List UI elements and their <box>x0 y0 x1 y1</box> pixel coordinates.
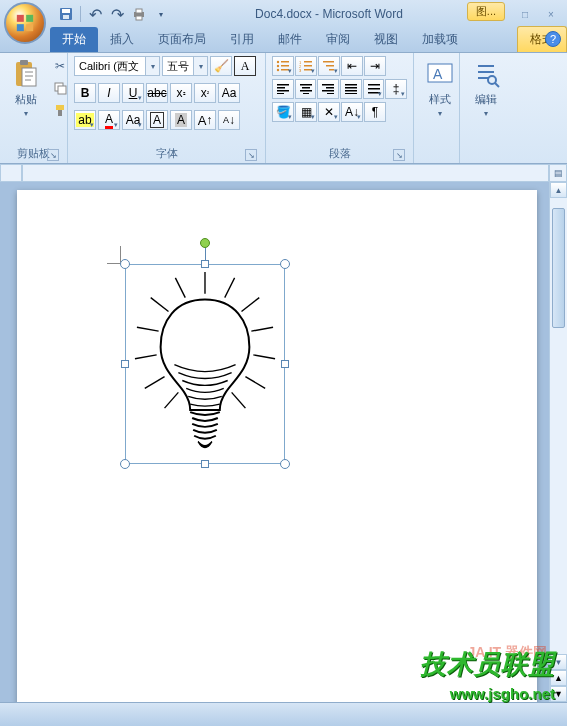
borders-button[interactable]: ▦ <box>295 102 317 122</box>
group-label-paragraph: 段落↘ <box>272 144 407 163</box>
decrease-indent-button[interactable]: ⇤ <box>341 56 363 76</box>
undo-icon[interactable]: ↶ <box>85 4 105 24</box>
char-shading-button[interactable]: A <box>170 110 192 130</box>
horizontal-ruler[interactable] <box>22 164 549 182</box>
superscript-button[interactable]: x² <box>194 83 216 103</box>
dialog-launcher-font[interactable]: ↘ <box>245 149 257 161</box>
svg-rect-3 <box>17 24 24 31</box>
qat-customize-icon[interactable]: ▾ <box>151 4 171 24</box>
print-icon[interactable] <box>129 4 149 24</box>
change-case-button[interactable]: Aa <box>218 83 240 103</box>
svg-line-65 <box>245 377 265 389</box>
distributed-button[interactable] <box>363 79 385 99</box>
line-spacing-button[interactable]: ‡ <box>385 79 407 99</box>
format-painter-icon[interactable] <box>50 100 70 120</box>
tab-insert[interactable]: 插入 <box>98 27 146 52</box>
tab-home[interactable]: 开始 <box>50 27 98 52</box>
svg-line-58 <box>150 298 168 312</box>
ruler-toggle-button[interactable]: ▤ <box>549 164 567 182</box>
status-bar <box>0 702 567 726</box>
svg-rect-29 <box>304 69 312 71</box>
styles-button[interactable]: A 样式 ▾ <box>420 56 460 159</box>
svg-rect-32 <box>329 69 334 71</box>
dialog-launcher-paragraph[interactable]: ↘ <box>393 149 405 161</box>
bold-button[interactable]: B <box>74 83 96 103</box>
numbering-button[interactable]: 123 <box>295 56 317 76</box>
align-right-button[interactable] <box>317 79 339 99</box>
shading-button[interactable]: 🪣 <box>272 102 294 122</box>
svg-rect-27 <box>304 65 312 67</box>
scroll-track[interactable] <box>550 198 567 654</box>
italic-button[interactable]: I <box>98 83 120 103</box>
highlight-button[interactable]: ab <box>74 110 96 130</box>
scroll-thumb[interactable] <box>552 208 565 328</box>
asian-layout-button[interactable]: ✕ <box>318 102 340 122</box>
svg-rect-6 <box>62 9 70 13</box>
save-icon[interactable] <box>56 4 76 24</box>
svg-rect-31 <box>326 65 334 67</box>
maximize-button[interactable]: □ <box>513 6 537 22</box>
align-center-button[interactable] <box>295 79 317 99</box>
font-color-button[interactable]: A <box>98 110 120 130</box>
increase-indent-button[interactable]: ⇥ <box>364 56 386 76</box>
resize-handle-sw[interactable] <box>120 459 130 469</box>
sort-button[interactable]: A↓ <box>341 102 363 122</box>
svg-rect-33 <box>277 84 289 86</box>
group-font: Calibri (西文▾ 五号▾ 🧹 A B I U abc x₂ x² Aa … <box>68 53 266 163</box>
document-page[interactable] <box>17 190 537 702</box>
help-button[interactable]: ? <box>545 31 561 47</box>
svg-point-54 <box>488 76 496 84</box>
clear-format-button[interactable]: 🧹 <box>210 56 232 76</box>
show-marks-button[interactable]: ¶ <box>364 102 386 122</box>
svg-rect-9 <box>136 9 142 13</box>
separator <box>80 6 81 22</box>
tab-addins[interactable]: 加载项 <box>410 27 470 52</box>
rotation-handle[interactable] <box>200 238 210 248</box>
justify-button[interactable] <box>340 79 362 99</box>
office-button[interactable] <box>4 2 46 44</box>
align-left-button[interactable] <box>272 79 294 99</box>
redo-icon[interactable]: ↷ <box>107 4 127 24</box>
resize-handle-ne[interactable] <box>280 259 290 269</box>
svg-point-18 <box>277 61 279 63</box>
dialog-launcher-clipboard[interactable]: ↘ <box>47 149 59 161</box>
scroll-up-button[interactable]: ▲ <box>550 182 567 198</box>
editing-button[interactable]: 编辑 ▾ <box>466 56 506 159</box>
lightbulb-clipart <box>131 270 279 457</box>
resize-handle-nw[interactable] <box>120 259 130 269</box>
char-border-button[interactable]: A <box>146 110 168 130</box>
tab-layout[interactable]: 页面布局 <box>146 27 218 52</box>
resize-handle-s[interactable] <box>201 460 209 468</box>
shrink-font-button[interactable]: A↓ <box>218 110 240 130</box>
resize-handle-n[interactable] <box>201 260 209 268</box>
svg-rect-10 <box>136 16 142 20</box>
bullets-button[interactable] <box>272 56 294 76</box>
tab-review[interactable]: 审阅 <box>314 27 362 52</box>
close-button[interactable]: × <box>539 6 563 22</box>
paste-button[interactable]: 粘贴 ▾ <box>6 56 46 144</box>
strikethrough-button[interactable]: abc <box>146 83 168 103</box>
watermark-text-1: 技术员联盟 <box>420 647 555 682</box>
tab-view[interactable]: 视图 <box>362 27 410 52</box>
resize-handle-w[interactable] <box>121 360 129 368</box>
page-viewport[interactable] <box>0 182 549 702</box>
font-name-combo[interactable]: Calibri (西文▾ <box>74 56 160 76</box>
phonetic-guide-button[interactable]: A <box>234 56 256 76</box>
selected-image[interactable] <box>125 264 285 464</box>
svg-line-59 <box>241 298 259 312</box>
underline-button[interactable]: U <box>122 83 144 103</box>
copy-icon[interactable] <box>50 78 70 98</box>
subscript-button[interactable]: x₂ <box>170 83 192 103</box>
multilevel-button[interactable] <box>318 56 340 76</box>
font-size-combo[interactable]: 五号▾ <box>162 56 208 76</box>
cut-icon[interactable]: ✂ <box>50 56 70 76</box>
svg-rect-34 <box>277 87 285 89</box>
char-scale-button[interactable]: Aa <box>122 110 144 130</box>
tab-mailings[interactable]: 邮件 <box>266 27 314 52</box>
resize-handle-e[interactable] <box>281 360 289 368</box>
svg-rect-42 <box>326 87 334 89</box>
tab-references[interactable]: 引用 <box>218 27 266 52</box>
svg-rect-13 <box>22 68 36 86</box>
grow-font-button[interactable]: A↑ <box>194 110 216 130</box>
resize-handle-se[interactable] <box>280 459 290 469</box>
